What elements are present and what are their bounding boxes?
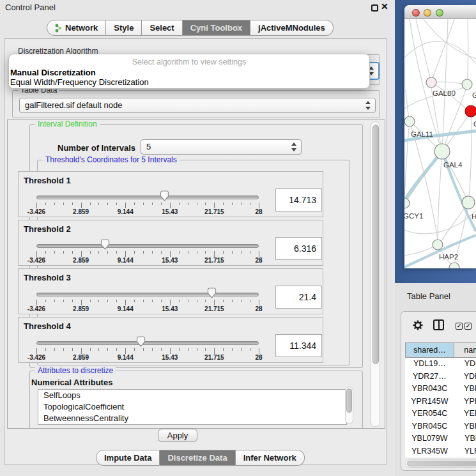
slider-handle[interactable] [160,190,169,201]
tick-label: 28 [255,257,262,264]
tab-jactivemnodules[interactable]: jActiveMNodules [250,20,334,36]
threshold-value-field[interactable]: 14.713 [275,188,322,211]
group-title: Attributes to discretize [35,366,116,375]
tick-mark [54,251,55,254]
table-row[interactable]: YBR043CYBR0 [405,383,476,395]
table-row[interactable]: YLR345WYLR3 [405,445,476,458]
tick-mark [250,300,250,302]
float-window-icon[interactable] [371,4,378,12]
table-data-combobox[interactable]: galFiltered.sif default node [19,98,376,113]
tab-select[interactable]: Select [142,20,182,36]
main-scrollbar[interactable] [371,121,380,427]
minimize-traffic-light[interactable] [424,9,431,17]
column-header-name[interactable]: name [454,342,476,358]
slider-handle[interactable] [136,336,146,347]
tick-mark [170,251,171,257]
close-icon[interactable]: ✕ [381,1,388,12]
tick-mark [205,300,206,302]
table-hscrollbar-thumb[interactable] [407,461,476,466]
dropdown-item-equal-width-frequency[interactable]: Equal Width/Frequency Discretization [10,77,149,87]
slider-track[interactable] [36,196,259,199]
tick-mark [197,251,197,254]
settings-scrollpane: Interval Definition Number of Intervals … [7,119,385,429]
table-row[interactable]: YPR145WYPR1 [405,395,476,408]
gal4-node[interactable] [434,144,450,159]
right-mid-node[interactable] [462,196,475,209]
column-header-shared[interactable]: shared… [405,342,454,358]
table-panel-area: Table Panel ✓ ✓ shared…name YDL19…YDL1YD… [395,283,476,476]
tick-label: 15.43 [162,305,178,312]
table-row[interactable]: YBL079WYBL0 [405,433,476,445]
slider-handle[interactable] [207,288,217,298]
tick-mark [259,348,259,354]
tab-network[interactable]: Network [47,20,106,36]
tick-mark [90,348,91,351]
gcy1-node[interactable] [404,198,410,208]
tick-mark [45,300,46,302]
slider-track[interactable] [36,341,259,345]
tick-label: 15.43 [162,257,178,264]
group-title: Interval Definition [35,119,100,128]
table-hscrollbar[interactable] [405,459,476,468]
list-item-selfloops[interactable]: SelfLoops [38,390,346,401]
tab-infer-network[interactable]: Infer Network [236,450,305,466]
tick-mark [197,203,197,205]
node-label-gal80: GAL80 [433,89,456,97]
tick-mark [36,348,37,354]
table-row[interactable]: YDR27…YDR2 [405,371,476,383]
network-canvas[interactable]: GAL80GCGAL11GAL4GCY1HHAP2 [404,19,476,268]
slider-handle[interactable] [100,239,110,250]
hap2-node[interactable] [433,240,443,250]
tab-discretize-data[interactable]: Discretize Data [160,450,235,466]
tick-label: 2.859 [73,354,89,361]
dropdown-item-manual-discretization[interactable]: Manual Discretization [10,68,96,77]
tick-mark [54,348,55,351]
tick-label: 15.43 [162,354,178,361]
tick-mark [197,300,197,302]
tick-mark [250,203,250,205]
top-right-node[interactable] [462,79,472,89]
tick-mark [134,300,135,302]
slider-track[interactable] [36,244,259,248]
list-item-betweennesscentrality[interactable]: BetweennessCentrality [38,413,346,424]
tab-cyni-toolbox[interactable]: Cyni Toolbox [183,20,250,36]
zoom-traffic-light[interactable] [436,9,443,17]
list-item-topologicalcoefficient[interactable]: TopologicalCoefficient [38,401,346,413]
tab-style[interactable]: Style [106,20,142,36]
slider-ticks [36,203,260,208]
gear-icon[interactable] [412,319,424,331]
tab-label: Select [150,23,174,33]
gal80-node[interactable] [426,77,436,88]
tick-mark [179,251,180,254]
tick-mark [134,251,135,254]
gal11-node[interactable] [404,116,415,127]
tick-mark [161,300,162,302]
threshold-value-field[interactable]: 11.344 [275,334,322,357]
split-view-icon[interactable] [433,319,444,330]
tick-label: 2.859 [73,208,89,215]
list-scrollbar-thumb[interactable] [346,388,352,413]
slider-tick-labels: -3.4262.8599.14415.4321.71528 [36,354,259,361]
tick-mark [72,348,73,351]
close-traffic-light[interactable] [412,9,420,17]
main-scrollbar-thumb[interactable] [372,125,379,364]
tick-mark [241,348,242,351]
threshold-value-field[interactable]: 21.4 [275,286,322,309]
tab-impute-data[interactable]: Impute Data [96,450,160,466]
threshold-value-field[interactable]: 6.316 [275,237,322,260]
network-window-titlebar[interactable] [404,5,476,19]
apply-button[interactable]: Apply [158,429,197,442]
node-label-gal11: GAL11 [411,130,433,138]
table-row[interactable]: YER054CYER0 [405,408,476,420]
table-row[interactable]: YBR045CYBR0 [405,420,476,433]
checkbox-checked-icon[interactable]: ✓ [464,323,472,330]
slider-track[interactable] [36,293,259,296]
selected-red-node[interactable] [465,105,476,117]
tick-mark [116,300,117,302]
list-scrollbar[interactable] [345,387,353,424]
table-row[interactable]: YDL19…YDL1 [405,358,476,371]
number-of-intervals-combobox[interactable]: 5 [141,139,302,155]
checkbox-checked-icon[interactable]: ✓ [456,323,463,330]
numerical-attributes-list[interactable]: SelfLoopsTopologicalCoefficientBetweenne… [38,389,347,425]
tick-mark [214,251,215,257]
